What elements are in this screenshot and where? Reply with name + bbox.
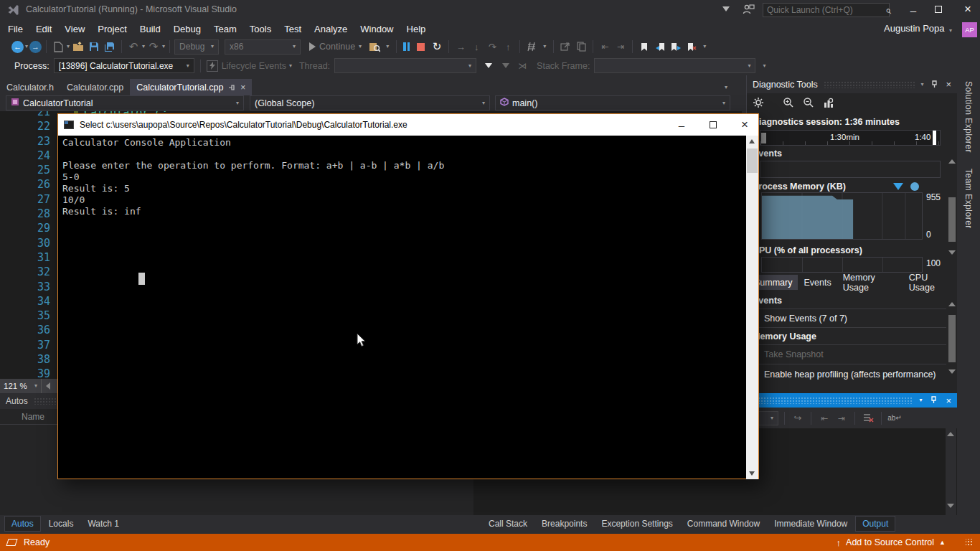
user-menu-caret-icon[interactable]: ▾ xyxy=(949,28,952,34)
undo-icon[interactable]: ↶ xyxy=(126,39,141,54)
window-minimize-button[interactable]: – xyxy=(905,2,921,18)
step-over-icon[interactable]: ↷ xyxy=(485,39,499,54)
panel-tab[interactable]: Exception Settings xyxy=(595,516,679,532)
diag-zoom-out-icon[interactable] xyxy=(803,97,814,111)
decrease-indent-icon[interactable]: ⇤ xyxy=(598,39,612,54)
console-output[interactable]: Calculator Console ApplicationPlease ent… xyxy=(62,137,744,217)
save-icon[interactable] xyxy=(87,39,101,54)
lifecycle-events-label[interactable]: Lifecycle Events xyxy=(222,61,286,71)
next-bookmark-icon[interactable] xyxy=(669,39,683,54)
menu-item[interactable]: Test xyxy=(278,20,308,37)
menu-item[interactable]: Tools xyxy=(243,20,278,37)
bookmarks-overflow-icon[interactable]: ▾ xyxy=(703,44,706,50)
restart-icon[interactable]: ↻ xyxy=(430,39,444,54)
take-snapshot-link[interactable]: Take Snapshot xyxy=(747,345,946,364)
panel-tab[interactable]: Output xyxy=(855,516,895,532)
console-scroll-up-icon[interactable] xyxy=(749,139,755,143)
menu-item[interactable]: Team xyxy=(207,20,243,37)
summary-scrollbar[interactable] xyxy=(947,292,957,384)
menu-item[interactable]: Project xyxy=(91,20,133,37)
diag-zoom-in-icon[interactable] xyxy=(783,97,794,111)
undo-caret-icon[interactable]: ▾ xyxy=(142,44,145,50)
new-file-caret-icon[interactable]: ▾ xyxy=(67,44,70,50)
stop-button[interactable] xyxy=(417,43,425,51)
add-to-source-control-button[interactable]: ↑ Add to Source Control ▲ xyxy=(837,537,946,548)
document-tab[interactable]: Calculator.cpp × xyxy=(60,79,130,95)
name-column-header[interactable]: Name xyxy=(0,412,44,422)
feedback-icon[interactable] xyxy=(722,6,730,11)
diag-chart-icon[interactable] xyxy=(823,98,834,111)
menu-item[interactable]: Analyze xyxy=(308,20,354,37)
clear-all-icon[interactable] xyxy=(861,411,875,425)
console-scroll-thumb[interactable] xyxy=(747,149,758,173)
console-title-bar[interactable]: Select c:\users\aupopa\Source\Repos\Calc… xyxy=(58,114,758,136)
increase-indent-icon[interactable]: ⇥ xyxy=(613,39,628,54)
member-nav-dropdown[interactable]: main()▾ xyxy=(495,95,730,110)
menu-item[interactable]: File xyxy=(1,20,29,37)
process-dropdown[interactable]: [13896] CalculatorTutorial.exe▾ xyxy=(54,58,194,73)
stack-frame-dropdown[interactable]: ▾ xyxy=(594,58,755,73)
diagnostic-tab[interactable]: Memory Usage xyxy=(837,275,903,290)
panel-tab[interactable]: Locals xyxy=(42,516,80,532)
panel-tab[interactable]: Immediate Window xyxy=(768,516,854,532)
window-close-button[interactable]: × xyxy=(960,1,976,17)
output-close-icon[interactable]: × xyxy=(946,395,951,406)
panel-tab[interactable]: Watch 1 xyxy=(81,516,126,532)
step-out-icon[interactable]: ↑ xyxy=(501,39,515,54)
copy-parent-icon[interactable] xyxy=(574,39,588,54)
timeline-ruler[interactable]: 1:30min 1:40 xyxy=(760,130,941,146)
continue-button[interactable]: Continue ▾ xyxy=(309,42,362,52)
project-nav-dropdown[interactable]: CalculatorTutorial▾ xyxy=(6,95,244,110)
output-scrollbar[interactable] xyxy=(946,428,956,515)
tab-team-explorer[interactable]: Team Explorer xyxy=(963,169,974,229)
console-scrollbar[interactable] xyxy=(746,136,758,479)
navigate-to-icon[interactable] xyxy=(558,39,573,54)
send-feedback-icon[interactable] xyxy=(743,4,755,18)
find-in-code-icon[interactable] xyxy=(367,39,382,54)
clear-bookmarks-icon[interactable] xyxy=(684,39,699,54)
new-file-icon[interactable] xyxy=(51,39,65,54)
cpu-chart[interactable] xyxy=(761,257,923,273)
document-tab[interactable]: Calculator.h × xyxy=(0,79,60,95)
scroll-left-icon[interactable] xyxy=(46,382,50,390)
panel-tab[interactable]: Call Stack xyxy=(482,516,534,532)
events-lane[interactable] xyxy=(760,161,941,178)
heap-profiling-link[interactable]: Enable heap profiling (affects performan… xyxy=(747,364,946,384)
menu-item[interactable]: Help xyxy=(400,20,433,37)
panel-tab[interactable]: Breakpoints xyxy=(535,516,593,532)
navigate-back-caret-icon[interactable]: ▾ xyxy=(25,44,28,50)
platform-dropdown[interactable]: x86▾ xyxy=(225,39,301,55)
lifecycle-events-icon[interactable] xyxy=(207,60,218,72)
lifecycle-caret-icon[interactable]: ▾ xyxy=(289,63,292,69)
diag-pin-icon[interactable] xyxy=(931,78,938,91)
search-icon[interactable]: ⌕ xyxy=(882,4,891,17)
scope-nav-dropdown[interactable]: (Global Scope)▾ xyxy=(250,95,490,110)
analysis-overflow-icon[interactable]: ▾ xyxy=(543,44,546,50)
navigate-forward-icon[interactable]: → xyxy=(29,41,42,53)
diagnostic-tools-header[interactable]: Diagnostic Tools ▾ × xyxy=(747,75,957,93)
document-list-caret-icon[interactable]: ▾ xyxy=(725,85,727,90)
console-scroll-down-icon[interactable] xyxy=(749,471,755,476)
redo-caret-icon[interactable]: ▾ xyxy=(162,44,165,50)
diagnostic-tab[interactable]: CPU Usage xyxy=(903,275,957,290)
goto-message-icon[interactable]: ↪ xyxy=(791,411,805,425)
output-menu-caret-icon[interactable]: ▾ xyxy=(919,397,922,403)
toggle-flagged-icon[interactable]: ⋊ xyxy=(518,61,527,71)
flag-custom-icon[interactable] xyxy=(502,63,509,68)
document-tab[interactable]: CalculatorTutorial.cpp × xyxy=(130,79,252,95)
panel-tab[interactable]: Command Window xyxy=(681,516,766,532)
diag-close-icon[interactable]: × xyxy=(946,79,951,90)
memory-chart[interactable] xyxy=(761,192,923,240)
avatar[interactable]: AP xyxy=(962,22,977,37)
toolbar-overflow-icon[interactable]: ▾ xyxy=(386,44,389,50)
word-wrap-icon[interactable]: ab↵ xyxy=(887,411,902,425)
show-next-statement-icon[interactable]: → xyxy=(453,39,468,54)
flag-threads-icon[interactable] xyxy=(485,63,492,68)
zoom-control[interactable]: 121 %▾ xyxy=(0,379,42,393)
previous-message-icon[interactable]: ⇤ xyxy=(817,411,831,425)
quick-launch-box[interactable]: ⌕ xyxy=(763,3,890,17)
resize-grip[interactable] xyxy=(966,539,973,546)
redo-icon[interactable]: ↷ xyxy=(146,39,161,54)
diag-settings-icon[interactable] xyxy=(753,97,764,111)
menu-item[interactable]: View xyxy=(58,20,91,37)
